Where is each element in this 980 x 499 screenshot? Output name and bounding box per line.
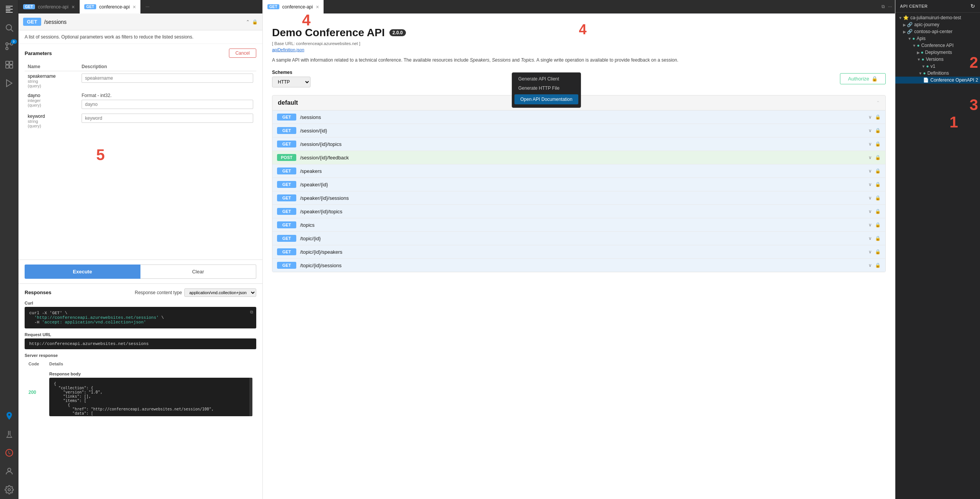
copy-icon[interactable]: ⧉ — [250, 310, 253, 315]
refresh-icon[interactable]: ↻ — [970, 3, 975, 9]
collapse-icon[interactable]: ⌃ — [246, 19, 250, 25]
chevron-icon[interactable]: ∨ — [868, 249, 872, 255]
endpoint-row[interactable]: GET /topic/{id}/speakers ∨🔒 — [272, 245, 885, 259]
scheme-select[interactable]: HTTP — [272, 77, 311, 87]
endpoint-row[interactable]: GET /speaker/{id} ∨🔒 — [272, 178, 885, 191]
run-icon[interactable] — [0, 74, 18, 92]
execute-row: Execute Clear — [18, 260, 262, 283]
remote-icon[interactable] — [0, 444, 18, 462]
execute-button[interactable]: Execute — [25, 265, 140, 279]
endpoint-description: A list of sessions. Optional parameters … — [18, 30, 262, 44]
params-header: Parameters Cancel — [25, 49, 256, 58]
lock-icon: 🔒 — [875, 209, 881, 214]
tree-item-versions[interactable]: ▼ ● Versions — [895, 56, 980, 63]
endpoint-row[interactable]: POST /session/{id}/feedback ∨🔒 — [272, 151, 885, 164]
ep-icons: ∨🔒 — [868, 141, 881, 147]
tree-item-deployments[interactable]: ▶ ● Deployments — [895, 49, 980, 56]
responses-title: Responses — [25, 290, 51, 295]
svg-rect-7 — [6, 61, 9, 64]
chevron-icon[interactable]: ∨ — [868, 168, 872, 174]
ep-icons: ∨🔒 — [868, 195, 881, 201]
dayno-input[interactable] — [82, 100, 253, 109]
tree-item-ca-juliamuiruri[interactable]: ▼ ⭐ ca-juliamuiruri-demo-test — [895, 14, 980, 21]
tree-item-apic-journey[interactable]: ▶ 🔗 apic-journey — [895, 21, 980, 28]
curl-code-block: curl -X 'GET' \ 'http://conferenceapi.az… — [25, 307, 256, 328]
more-icon[interactable]: ··· — [888, 4, 892, 9]
endpoint-row[interactable]: GET /session/{id}/topics ∨🔒 — [272, 137, 885, 151]
circle-icon: ● — [921, 50, 923, 55]
tree-item-contoso[interactable]: ▶ 🔗 contoso-api-center — [895, 28, 980, 35]
accounts-icon[interactable] — [0, 462, 18, 481]
tab-conference-api-2[interactable]: GET conference-api × — [80, 0, 141, 13]
param-name-speakername: speakername string (query) — [25, 71, 78, 91]
endpoint-row[interactable]: GET /speakers ∨🔒 — [272, 164, 885, 178]
extensions-icon[interactable] — [0, 55, 18, 74]
chevron-icon[interactable]: ∨ — [868, 182, 872, 187]
chevron-icon[interactable]: ∨ — [868, 155, 872, 160]
testing-icon[interactable] — [0, 425, 18, 444]
keyword-input[interactable] — [82, 114, 253, 123]
svg-line-1 — [11, 30, 13, 32]
chevron-icon[interactable]: ∨ — [868, 263, 872, 268]
chevron-icon[interactable]: ∨ — [868, 209, 872, 214]
center-tab-bar: GET conference-api × ⧉ ··· — [263, 0, 895, 13]
table-row: speakername string (query) — [25, 71, 256, 91]
lock-icon: 🔒 — [875, 114, 881, 120]
center-tab[interactable]: GET conference-api × — [263, 0, 324, 13]
tab-close-2[interactable]: × — [133, 4, 136, 10]
tree-item-v1[interactable]: ▼ ● v1 — [895, 63, 980, 70]
tab-close-1[interactable]: × — [72, 4, 75, 10]
chevron-icon[interactable]: ∨ — [868, 236, 872, 241]
endpoint-row[interactable]: GET /speaker/{id}/sessions ∨🔒 — [272, 191, 885, 205]
clear-button[interactable]: Clear — [140, 265, 257, 279]
api-definition-link[interactable]: apiDefinition.json — [272, 47, 886, 52]
speakername-input[interactable] — [82, 74, 253, 83]
endpoint-row[interactable]: GET /session/{id} ∨🔒 — [272, 124, 885, 137]
authorize-button[interactable]: Authorize 🔒 — [840, 73, 886, 84]
chevron-icon[interactable]: ∨ — [868, 128, 872, 133]
source-control-badge: 9 — [11, 39, 17, 44]
center-tab-more[interactable]: ⧉ ··· — [878, 0, 895, 13]
cancel-button[interactable]: Cancel — [229, 49, 256, 58]
settings-icon[interactable] — [0, 481, 18, 499]
chevron-icon[interactable]: ∨ — [868, 141, 872, 147]
tree-item-apis[interactable]: ▼ ● Apis — [895, 35, 980, 42]
search-icon[interactable] — [0, 18, 18, 37]
circle-icon: ● — [926, 64, 929, 69]
chevron-icon[interactable]: ∨ — [868, 114, 872, 120]
collapse-default-icon[interactable]: ⌃ — [876, 100, 880, 105]
ep-path: /speakers — [300, 168, 868, 174]
split-icon[interactable]: ⧉ — [881, 4, 885, 9]
request-url-label: Request URL — [25, 332, 256, 337]
curl-section: Curl curl -X 'GET' \ 'http://conferencea… — [25, 301, 256, 328]
params-table: Name Description speakername string (que… — [25, 62, 256, 131]
endpoint-row[interactable]: GET /topics ∨🔒 — [272, 218, 885, 232]
tab-conference-api-1[interactable]: GET conference-api × — [18, 0, 80, 13]
tree-label: Conference OpenAPI 2 — [930, 77, 978, 83]
tree-item-conference-api[interactable]: ▼ ● Conference API — [895, 42, 980, 49]
tree-item-definitions[interactable]: ▼ ● Definitions — [895, 70, 980, 77]
ep-method: GET — [277, 167, 296, 174]
response-scroll[interactable] — [249, 378, 252, 416]
left-panel: GET conference-api × GET conference-api … — [18, 0, 263, 499]
tree-label: v1 — [930, 64, 935, 69]
api-center-icon[interactable] — [0, 407, 18, 425]
endpoint-row[interactable]: GET /sessions ∨🔒 — [272, 111, 885, 124]
ep-path: /session/{id}/feedback — [300, 155, 868, 161]
tree-item-conference-openapi2[interactable]: 📄 Conference OpenAPI 2 — [895, 77, 980, 84]
endpoint-row[interactable]: GET /topic/{id} ∨🔒 — [272, 232, 885, 245]
endpoint-row[interactable]: GET /topic/{id}/sessions ∨🔒 — [272, 259, 885, 272]
endpoint-row[interactable]: GET /speaker/{id}/topics ∨🔒 — [272, 205, 885, 218]
source-control-icon[interactable]: 9 — [0, 37, 18, 55]
response-content-type-row: Response content type application/vnd.co… — [135, 288, 256, 297]
chevron-icon[interactable]: ∨ — [868, 195, 872, 201]
content-type-select[interactable]: application/vnd.collection+json — [184, 288, 256, 297]
ep-path: /topics — [300, 222, 868, 228]
center-tab-close[interactable]: × — [316, 4, 319, 10]
param-input-col-keyword — [78, 111, 256, 131]
explorer-icon[interactable] — [0, 0, 18, 18]
chevron-icon[interactable]: ∨ — [868, 222, 872, 228]
tab-more-button[interactable]: ··· — [142, 0, 152, 13]
center-tab-label: conference-api — [282, 4, 313, 10]
ep-icons: ∨🔒 — [868, 249, 881, 255]
